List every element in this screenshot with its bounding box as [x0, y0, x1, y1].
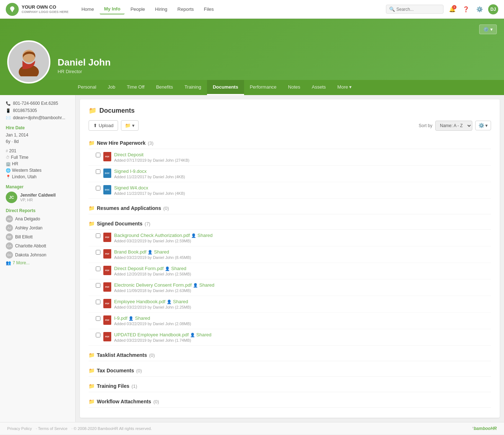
nav-files[interactable]: Files: [199, 4, 218, 14]
folder-header-signed[interactable]: 📁 Signed Documents (7): [89, 217, 491, 230]
hire-date: Jan 1, 2014: [6, 133, 69, 138]
content-area: 📁 Documents ⬆ Upload 📁 ▾ Sort by Name: A…: [80, 99, 500, 418]
upload-icon: ⬆: [93, 123, 97, 128]
folder-new-hire-paperwork: 📁 New Hire Paperwork (3) PDF Direct Depo…: [89, 136, 491, 199]
folder-header-workflow[interactable]: 📁 Workflow Attachments (0): [89, 395, 491, 408]
tab-job[interactable]: Job: [102, 80, 121, 95]
tab-time-off[interactable]: Time Off: [121, 80, 150, 95]
file-info: Employee Handbook.pdf 👤 Shared Added 03/…: [114, 299, 491, 309]
employment-type: Full Time: [11, 155, 28, 160]
file-info: Electronic Delivery Consent Form.pdf 👤 S…: [114, 282, 491, 293]
file-checkbox[interactable]: [96, 283, 100, 288]
profile-avatar: [7, 40, 50, 84]
file-meta: Added 03/22/2019 by Daniel John (2.25MB): [114, 305, 491, 309]
folder-header-new-hire[interactable]: 📁 New Hire Paperwork (3): [89, 136, 491, 149]
file-name[interactable]: Electronic Delivery Consent Form.pdf 👤 S…: [114, 282, 491, 288]
search-input[interactable]: [396, 7, 440, 12]
nav-hiring[interactable]: Hiring: [151, 4, 172, 14]
direct-report-item[interactable]: DJ Dakota Johnson: [6, 251, 69, 259]
file-meta: Added 12/20/2018 by Daniel John (2.56MB): [114, 272, 491, 276]
folder-header-tax[interactable]: 📁 Tax Documents (0): [89, 364, 491, 377]
tab-training[interactable]: Training: [179, 80, 207, 95]
file-name[interactable]: Background Check Authorization.pdf 👤 Sha…: [114, 233, 491, 238]
file-name[interactable]: Employee Handbook.pdf 👤 Shared: [114, 299, 491, 304]
file-info: Direct Deposit Added 07/17/2019 by Danie…: [114, 152, 491, 162]
file-meta: Added 03/22/2019 by Daniel John (8.45MB): [114, 255, 491, 260]
folder-header-training[interactable]: 📁 Training Files (1): [89, 380, 491, 392]
file-checkbox[interactable]: [96, 316, 100, 321]
manager-label: Manager: [6, 184, 69, 189]
settings-icon[interactable]: ⚙️: [474, 4, 485, 14]
folder-button[interactable]: 📁 ▾: [121, 120, 139, 131]
file-checkbox[interactable]: [96, 333, 100, 337]
tab-assets[interactable]: Assets: [306, 80, 332, 95]
direct-report-item[interactable]: CA Charlotte Abbott: [6, 242, 69, 250]
file-info: Signed I-9.docx Added 11/22/2017 by Dani…: [114, 169, 491, 179]
file-checkbox[interactable]: [96, 153, 100, 157]
sort-select[interactable]: Name: A - Z Name: Z - A Date Added File …: [435, 121, 472, 131]
nav-myinfo[interactable]: My Info: [100, 4, 125, 14]
upload-button[interactable]: ⬆ Upload: [89, 120, 118, 131]
folder-count-tax: (0): [136, 368, 142, 373]
folder-count-tasklist: (0): [149, 353, 155, 358]
direct-report-item[interactable]: AJ Ashley Jordan: [6, 224, 69, 232]
folder-tasklist: 📁 Tasklist Attachments (0): [89, 349, 491, 361]
direct-report-item[interactable]: AD Ana Delgado: [6, 215, 69, 223]
documents-gear-button[interactable]: ⚙️ ▾: [475, 121, 491, 130]
privacy-policy-link[interactable]: Privacy Policy: [7, 426, 32, 431]
logo[interactable]: YOUR OWN CO COMPANY LOGO GOES HERE: [6, 3, 68, 16]
tab-benefits[interactable]: Benefits: [150, 80, 179, 95]
file-name[interactable]: Direct Deposit: [114, 152, 491, 157]
file-name[interactable]: Signed W4.docx: [114, 185, 491, 190]
nav-people[interactable]: People: [126, 4, 149, 14]
phone-number: 801-724-6600 Ext.6285: [13, 101, 58, 106]
copyright-text: © 2008-2020 BambooHR All rights reserved…: [74, 426, 152, 431]
department-item: 🏢 HR: [6, 161, 69, 166]
folder-name-new-hire: New Hire Paperwork: [97, 140, 145, 146]
tab-performance[interactable]: Performance: [244, 80, 282, 95]
file-checkbox[interactable]: [96, 233, 100, 238]
folder-header-tasklist[interactable]: 📁 Tasklist Attachments (0): [89, 349, 491, 361]
help-icon[interactable]: ❓: [461, 4, 471, 14]
folder-count-signed: (7): [145, 221, 150, 227]
terms-of-service-link[interactable]: Terms of Service: [38, 426, 67, 431]
tab-documents[interactable]: Documents: [207, 80, 244, 95]
tab-personal[interactable]: Personal: [72, 80, 102, 95]
file-checkbox[interactable]: [96, 169, 100, 174]
file-item: PDF UPDATED Employee Handbook.pdf 👤 Shar…: [89, 329, 491, 346]
notification-badge: 1: [452, 5, 456, 9]
file-info: Signed W4.docx Added 11/22/2017 by Danie…: [114, 185, 491, 196]
nav-reports[interactable]: Reports: [173, 4, 198, 14]
location: Lindon, Utah: [12, 174, 36, 179]
sort-label: Sort by: [419, 123, 432, 128]
file-item: PDF Employee Handbook.pdf 👤 Shared Added…: [89, 296, 491, 313]
file-checkbox[interactable]: [96, 300, 100, 304]
top-navigation: YOUR OWN CO COMPANY LOGO GOES HERE Home …: [0, 0, 504, 19]
profile-settings-button[interactable]: ⚙️ ▾: [479, 24, 497, 34]
profile-tabs: Personal Job Time Off Benefits Training …: [0, 80, 504, 95]
direct-report-item[interactable]: BE Bill Elliott: [6, 233, 69, 241]
file-checkbox[interactable]: [96, 186, 100, 190]
tab-notes[interactable]: Notes: [282, 80, 306, 95]
nav-home[interactable]: Home: [77, 4, 98, 14]
toolbar-right: Sort by Name: A - Z Name: Z - A Date Add…: [419, 121, 491, 131]
file-checkbox[interactable]: [96, 250, 100, 255]
more-reports-link[interactable]: 👥 7 More...: [6, 260, 69, 265]
folder-header-resumes[interactable]: 📁 Resumes and Applications (0): [89, 202, 491, 214]
file-name[interactable]: UPDATED Employee Handbook.pdf 👤 Shared: [114, 332, 491, 337]
file-name[interactable]: I-9.pdf 👤 Shared: [114, 315, 491, 321]
search-box[interactable]: 🔍: [386, 5, 444, 14]
dr-avatar-aj: AJ: [6, 224, 13, 232]
file-checkbox[interactable]: [96, 266, 100, 271]
user-avatar[interactable]: DJ: [488, 4, 498, 14]
file-name[interactable]: Direct Deposit Form.pdf 👤 Shared: [114, 266, 491, 271]
folder-count-workflow: (0): [153, 399, 159, 404]
tab-more[interactable]: More ▾: [332, 80, 357, 95]
toolbar-left: ⬆ Upload 📁 ▾: [89, 120, 139, 131]
profile-avatar-area: [7, 40, 50, 84]
notifications-icon[interactable]: 🔔 1: [447, 4, 457, 14]
profile-header: Daniel John HR Director ⚙️ ▾: [0, 19, 504, 80]
file-name[interactable]: Brand Book.pdf 👤 Shared: [114, 249, 491, 255]
file-item: PDF I-9.pdf 👤 Shared Added 03/22/2019 by…: [89, 313, 491, 329]
file-name[interactable]: Signed I-9.docx: [114, 169, 491, 174]
